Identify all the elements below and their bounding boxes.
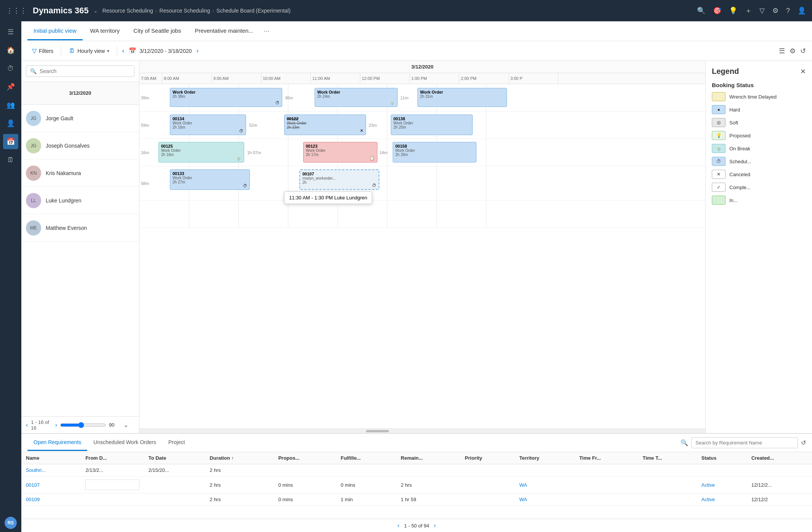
zoom-chevron-icon[interactable]: ⌄ [123, 421, 128, 428]
col-priority[interactable]: Priority [460, 452, 515, 464]
sidebar-home-icon[interactable]: 🏠 [3, 43, 18, 58]
list-item[interactable]: LL Luke Lundgren [21, 187, 139, 214]
col-remaining[interactable]: Remain... [396, 452, 460, 464]
prev-requirements-page[interactable]: ‹ [398, 522, 400, 529]
cell-name[interactable]: Southri... [21, 464, 81, 476]
territory-link[interactable]: WA [519, 497, 527, 502]
sidebar-pinned-icon[interactable]: 📌 [3, 79, 18, 94]
booking-card[interactable]: 00107 msdyn_workorder... 2h ⏱ [299, 169, 379, 190]
booking-card[interactable]: 00125 Work Order 2h 16m 🍵 [158, 142, 244, 162]
requirement-link[interactable]: 00107 [26, 482, 40, 488]
breadcrumb-current[interactable]: Schedule Board (Experimental) [216, 8, 291, 14]
tab-wa-territory[interactable]: WA territory [84, 22, 126, 40]
search-nav-icon[interactable]: 🔍 [697, 6, 705, 15]
calendar-icon[interactable]: 📅 [129, 47, 136, 54]
legend-close-button[interactable]: ✕ [800, 67, 806, 76]
booking-card[interactable]: Work Order 2h 24m 🍵 [315, 88, 398, 107]
refresh-icon[interactable]: ↺ [800, 47, 806, 55]
sidebar-calendar2-icon[interactable]: 🗓 [3, 152, 18, 167]
settings-icon[interactable]: ⚙ [790, 47, 796, 55]
tab-preventative[interactable]: Preventative mainten... [189, 22, 259, 40]
col-time-from[interactable]: Time Fr... [575, 452, 638, 464]
search-icon[interactable]: 🔍 [681, 439, 688, 446]
breadcrumb-page[interactable]: Resource Scheduling [160, 8, 210, 14]
list-item[interactable]: KN Kris Nakamura [21, 159, 139, 187]
tab-open-requirements[interactable]: Open Requirements [27, 435, 87, 451]
cell-fulfilled [336, 464, 396, 476]
next-requirements-page[interactable]: › [434, 522, 436, 529]
list-view-icon[interactable]: ☰ [779, 47, 785, 55]
filter-nav-icon[interactable]: ▽ [759, 6, 765, 15]
gantt-row-luke: 58m 00133 Work Order 2h 27m ⏱ 00107 [139, 166, 705, 201]
breadcrumb-module[interactable]: Resource Scheduling [102, 8, 153, 14]
settings-nav-icon[interactable]: ⚙ [772, 6, 778, 15]
booking-card[interactable]: 00133 Work Order 2h 27m ⏱ [170, 169, 250, 190]
col-to[interactable]: To Date [144, 452, 205, 464]
zoom-slider[interactable] [60, 422, 106, 428]
prev-date-button[interactable]: ‹ [120, 45, 126, 56]
list-item[interactable]: JG Joseph Gonsalves [21, 132, 139, 159]
search-input[interactable] [40, 68, 130, 74]
lightbulb-icon[interactable]: 💡 [729, 6, 737, 15]
requirement-link[interactable]: 00109 [26, 497, 40, 502]
user-avatar[interactable]: RS [5, 517, 17, 529]
requirement-search-input[interactable] [691, 437, 798, 448]
booking-card[interactable]: 00122 Work Order 2h 23m ✕ [284, 115, 366, 135]
view-button[interactable]: 🗓 Hourly view ▾ [64, 45, 114, 57]
tab-unscheduled-work-orders[interactable]: Unscheduled Work Orders [87, 435, 162, 451]
next-page-button[interactable]: › [55, 422, 57, 428]
cell-proposed: 0 mins [274, 494, 336, 506]
col-time-to[interactable]: Time T... [638, 452, 697, 464]
cell-name[interactable]: 00109 [21, 494, 81, 506]
add-icon[interactable]: ＋ [745, 6, 752, 15]
sidebar-recent-icon[interactable]: ⏱ [3, 61, 18, 76]
legend-swatch-canceled: ✕ [712, 170, 726, 179]
cell-name[interactable]: 00107 [21, 476, 81, 494]
app-name[interactable]: Dynamics 365 [33, 6, 89, 16]
legend-label-in: In... [729, 198, 738, 203]
gantt-time-header: 7:00 AM 8:00 AM 9:00 AM 10:00 AM 11:00 A… [139, 73, 705, 84]
tab-project[interactable]: Project [162, 435, 191, 451]
requirement-link[interactable]: Southri... [26, 467, 46, 473]
target-icon[interactable]: 🎯 [713, 6, 721, 15]
sidebar-group-icon[interactable]: 👥 [3, 97, 18, 113]
tab-initial-public-view[interactable]: Initial public view [27, 22, 83, 40]
col-territory[interactable]: Territory [515, 452, 575, 464]
grid-icon[interactable]: ⋮⋮⋮ [6, 6, 27, 15]
col-name[interactable]: Name [21, 452, 81, 464]
user-icon[interactable]: 👤 [798, 6, 806, 15]
refresh-requirements-icon[interactable]: ↺ [801, 439, 806, 446]
col-created[interactable]: Created... [747, 452, 812, 464]
next-date-button[interactable]: › [195, 45, 200, 56]
tab-city-of-seattle[interactable]: City of Seattle jobs [127, 22, 187, 40]
filters-button[interactable]: ▽ Filters [27, 45, 58, 57]
prev-page-button[interactable]: ‹ [26, 422, 28, 428]
help-icon[interactable]: ? [786, 7, 790, 15]
booking-card[interactable]: 00158 Work Order 2h 26m [393, 142, 476, 162]
territory-link[interactable]: WA [519, 482, 527, 488]
col-proposed[interactable]: Propos... [274, 452, 336, 464]
app-chevron-icon[interactable]: ⌄ [93, 8, 98, 14]
booking-card[interactable]: Work Order 2h 31m [417, 88, 507, 107]
booking-card[interactable]: Work Order 2h 38m ⏱ [170, 88, 282, 107]
list-item[interactable]: ME Matthew Everson [21, 214, 139, 242]
sidebar-menu-icon[interactable]: ☰ [3, 24, 18, 40]
cell-to [144, 494, 205, 506]
col-status[interactable]: Status [697, 452, 747, 464]
sidebar-calendar-icon[interactable]: 📅 [3, 134, 18, 149]
sidebar-person-icon[interactable]: 👤 [3, 116, 18, 131]
time-col-8am: 8:00 AM [162, 73, 212, 84]
booking-card[interactable]: 00123 Work Order 2h 17m 📋 [303, 142, 377, 162]
horizontal-scrollbar[interactable] [139, 428, 705, 433]
booking-card[interactable]: 00138 Work Order 2h 20m [391, 115, 473, 135]
tab-more-icon[interactable]: ··· [261, 27, 273, 35]
status-link[interactable]: Active [702, 482, 715, 488]
scroll-thumb[interactable] [366, 430, 389, 432]
booking-card[interactable]: 00134 Work Order 2h 16m ⏱ [170, 115, 246, 135]
bottom-search: 🔍 ↺ [681, 437, 806, 448]
col-fulfilled[interactable]: Fulfille... [336, 452, 396, 464]
col-duration[interactable]: Duration ↑ [205, 452, 274, 464]
col-from[interactable]: From D... [81, 452, 144, 464]
status-link[interactable]: Active [702, 497, 715, 502]
list-item[interactable]: JG Jorge Gault [21, 105, 139, 132]
